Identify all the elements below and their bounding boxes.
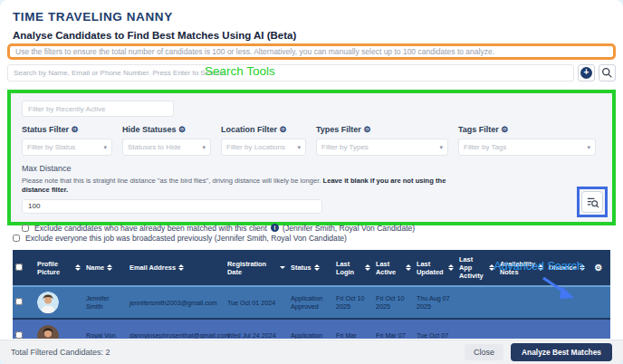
cell-email: jennifersmith2003@gmail.com <box>127 286 225 319</box>
row-checkbox[interactable] <box>15 298 23 305</box>
location-filter-gear-icon[interactable]: ⚙ <box>280 125 287 134</box>
exclude-matched-label: Exclude candidates who have already been… <box>34 224 267 233</box>
info-icon[interactable]: i <box>271 224 279 232</box>
status-filter-label: Status Filter ⚙ <box>22 125 112 134</box>
col-status[interactable]: Status <box>288 250 333 286</box>
max-distance-note: Please note that this is straight line d… <box>22 177 456 196</box>
location-filter-group: Location Filter ⚙ Filter by Locations ▾ <box>221 125 306 156</box>
col-last-login[interactable]: Last Login <box>333 250 373 286</box>
cell-last-app <box>456 319 497 339</box>
cell-last-app <box>456 286 497 319</box>
analyze-best-matches-button[interactable]: Analyze Best Matches <box>511 343 612 361</box>
cell-distance <box>546 319 587 339</box>
cell-last-active: Fri Oct 10 2025 <box>373 286 414 319</box>
col-profile-picture[interactable]: Profile Picture <box>34 250 83 286</box>
ai-match-dialog: TIME TRAVELING NANNY Analyse Candidates … <box>0 0 623 364</box>
cell-last-updated: Thu Aug 07 2025 <box>414 286 456 319</box>
exclude-matched-checkbox[interactable] <box>22 225 29 232</box>
col-last-updated[interactable]: Last Updated <box>414 250 456 286</box>
sort-icon <box>75 264 81 271</box>
annotation-search-tools: Search Tools <box>205 64 275 78</box>
col-name[interactable]: Name <box>83 250 127 286</box>
chevron-down-icon: ▾ <box>587 144 590 151</box>
sort-icon <box>365 264 370 271</box>
advanced-search-highlight-box <box>577 187 608 217</box>
table-row[interactable]: Jennifer Smith jennifersmith2003@gmail.c… <box>13 286 610 319</box>
close-button[interactable]: Close <box>465 344 503 360</box>
recently-active-filter-input[interactable] <box>22 101 174 117</box>
add-button[interactable]: + <box>578 64 595 81</box>
avatar <box>37 292 59 313</box>
cell-status: Application Approved <box>288 286 333 319</box>
cell-registration: Tue Oct 01 2024 <box>225 286 288 319</box>
types-filter-gear-icon[interactable]: ⚙ <box>363 125 370 134</box>
search-bar: + <box>7 64 616 81</box>
types-filter-select[interactable]: Filter by Types ▾ <box>316 139 448 156</box>
location-filter-label: Location Filter ⚙ <box>221 125 306 134</box>
types-filter-label: Types Filter ⚙ <box>316 125 448 134</box>
tags-filter-group: Tags Filter ⚙ Filter by Tags ▾ <box>458 125 596 156</box>
types-filter-group: Types Filter ⚙ Filter by Types ▾ <box>316 125 448 156</box>
col-email[interactable]: Email Address <box>127 250 225 286</box>
col-last-active[interactable]: Last Active <box>373 250 414 286</box>
location-filter-select[interactable]: Filter by Locations ▾ <box>221 139 306 156</box>
exclude-broadcast-checkbox[interactable] <box>13 235 20 242</box>
cell-name: Jennifer Smith <box>83 286 127 319</box>
exclude-broadcast-label: Exclude everyone this job was broadcaste… <box>25 234 347 243</box>
candidate-limit-notice: Use the filters to ensure the total numb… <box>7 43 616 60</box>
annotation-arrow-icon <box>538 274 581 305</box>
dialog-footer: Total Filtered Candidates: 2 Close Analy… <box>0 340 623 364</box>
table-settings-gear-icon[interactable]: ⚙ <box>587 250 610 286</box>
cell-availability <box>497 319 546 339</box>
search-tools-panel: Status Filter ⚙ Filter by Status ▾ Hide … <box>7 90 616 225</box>
tags-filter-select[interactable]: Filter by Tags ▾ <box>458 139 596 156</box>
status-filter-group: Status Filter ⚙ Filter by Status ▾ <box>22 125 112 156</box>
avatar <box>37 325 59 340</box>
total-filtered-count: Total Filtered Candidates: 2 <box>11 348 465 357</box>
cell-last-active: Fri Mar 07 <box>373 319 414 339</box>
notice-text: Use the filters to ensure the total numb… <box>15 47 494 56</box>
select-all-checkbox[interactable] <box>15 263 23 271</box>
hide-statuses-label: Hide Statuses ⚙ <box>122 125 211 134</box>
chevron-down-icon: ▾ <box>103 144 107 151</box>
chevron-down-icon: ▾ <box>202 144 206 151</box>
col-last-app-activity[interactable]: Last App Activity <box>456 250 497 286</box>
row-checkbox[interactable] <box>15 331 23 339</box>
status-filter-select[interactable]: Filter by Status ▾ <box>22 139 112 156</box>
status-filter-gear-icon[interactable]: ⚙ <box>72 125 79 134</box>
cell-status: Application <box>288 319 333 339</box>
tags-filter-label: Tags Filter ⚙ <box>458 125 596 134</box>
search-input[interactable] <box>7 64 574 81</box>
exclude-matched-client: (Jennifer Smith, Royal Von Candidate) <box>283 224 415 233</box>
filter-search-icon <box>586 196 599 209</box>
exclude-matched-row: Exclude candidates who have already been… <box>22 224 601 233</box>
cell-email: dannyjosephrosenthal@gmail.com <box>127 319 225 339</box>
table-row[interactable]: Royal Von dannyjosephrosenthal@gmail.com… <box>13 319 610 339</box>
page-title: Analyse Candidates to Find Best Matches … <box>13 30 610 41</box>
filter-group-row: Status Filter ⚙ Filter by Status ▾ Hide … <box>22 125 601 156</box>
plus-circle-icon: + <box>580 67 592 79</box>
max-distance-label: Max Distance <box>22 164 601 173</box>
sort-icon <box>314 264 320 271</box>
advanced-search-button[interactable] <box>581 191 603 213</box>
col-registration-date[interactable]: Registration Date <box>225 250 288 286</box>
annotation-advanced-search: Advanced Search <box>494 260 583 273</box>
sort-icon <box>448 264 454 271</box>
sort-desc-icon <box>280 266 285 269</box>
chevron-down-icon: ▾ <box>297 144 301 151</box>
chevron-down-icon: ▾ <box>439 144 443 151</box>
exclude-broadcast-row: Exclude everyone this job was broadcaste… <box>13 234 610 243</box>
cell-name: Royal Von <box>83 319 127 339</box>
max-distance-input[interactable] <box>22 199 322 214</box>
sort-icon <box>406 264 411 271</box>
tags-filter-gear-icon[interactable]: ⚙ <box>501 125 508 134</box>
app-title: TIME TRAVELING NANNY <box>13 10 610 24</box>
sort-icon <box>107 264 112 271</box>
hide-statuses-select[interactable]: Statuses to Hide ▾ <box>122 139 211 156</box>
select-all-cell[interactable] <box>13 250 34 286</box>
hide-statuses-gear-icon[interactable]: ⚙ <box>178 125 186 134</box>
cell-last-updated: Tue Oct 07 <box>414 319 456 339</box>
search-button[interactable] <box>599 64 616 81</box>
hide-statuses-group: Hide Statuses ⚙ Statuses to Hide ▾ <box>122 125 211 156</box>
search-icon <box>601 67 613 79</box>
